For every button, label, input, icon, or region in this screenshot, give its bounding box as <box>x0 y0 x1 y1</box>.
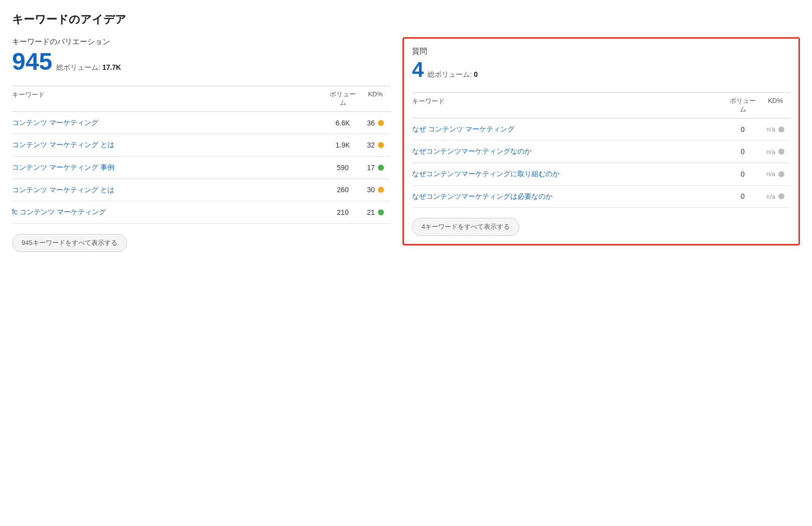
left-count: 945 <box>12 50 52 74</box>
keyword-link[interactable]: なぜコンテンツマーケティングなのか <box>412 147 725 157</box>
table-row: コンテンツ マーケティング とは 260 30 <box>12 179 390 202</box>
kd-dot <box>378 120 384 126</box>
volume-cell: 0 <box>725 170 760 178</box>
kd-dot <box>778 171 784 177</box>
volume-cell: 210 <box>325 208 360 216</box>
table-row: コンテンツ マーケティング 6.6K 36 <box>12 112 390 135</box>
volume-cell: 0 <box>725 192 760 200</box>
table-row: なぜコンテンツマーケティングは必要なのか 0 n/a <box>412 186 790 208</box>
kd-cell: 36 <box>360 119 390 127</box>
keyword-link[interactable]: なぜ コンテンツ マーケティング <box>412 124 725 135</box>
left-count-row: 945 総ボリューム: 17.7K <box>12 50 390 74</box>
right-header-kd: KD% <box>760 97 790 114</box>
left-table-body: コンテンツ マーケティング 6.6K 36 コンテンツ マーケティング とは 1… <box>12 112 390 224</box>
kd-dot <box>378 209 384 215</box>
table-row: なぜコンテンツマーケティングに取り組むのか 0 n/a <box>412 163 790 186</box>
left-header-kd: KD% <box>360 90 390 107</box>
keyword-link[interactable]: コンテンツ マーケティング とは <box>12 140 325 150</box>
table-row: なぜコンテンツマーケティングなのか 0 n/a <box>412 141 790 163</box>
kd-cell: n/a <box>760 148 790 156</box>
right-show-all-button[interactable]: 4キーワードをすべて表示する <box>412 218 519 236</box>
kd-na: n/a <box>766 148 775 156</box>
keyword-link[interactable]: なぜコンテンツマーケティングは必要なのか <box>412 192 725 202</box>
right-header-volume: ボリューム <box>725 97 760 114</box>
right-count-row: 4 総ボリューム: 0 <box>412 59 790 80</box>
right-section-label: 質問 <box>412 47 790 56</box>
table-row: fc コンテンツ マーケティング 210 21 <box>12 201 390 224</box>
page-title: キーワードのアイデア <box>12 12 800 27</box>
kd-cell: n/a <box>760 170 790 178</box>
table-row: なぜ コンテンツ マーケティング 0 n/a <box>412 118 790 141</box>
left-volume-label: 総ボリューム: 17.7K <box>56 63 121 72</box>
kd-dot <box>378 165 384 171</box>
right-table-body: なぜ コンテンツ マーケティング 0 n/a なぜコンテンツマーケティングなのか… <box>412 118 790 208</box>
volume-cell: 260 <box>325 186 360 194</box>
kd-cell: 32 <box>360 141 390 149</box>
right-volume-label: 総ボリューム: 0 <box>428 70 478 79</box>
volume-cell: 1.9K <box>325 141 360 149</box>
table-row: コンテンツ マーケティング とは 1.9K 32 <box>12 134 390 157</box>
left-table-header: キーワード ボリューム KD% <box>12 86 390 112</box>
kd-dot <box>378 187 384 193</box>
kd-cell: n/a <box>760 125 790 133</box>
right-header-keyword: キーワード <box>412 97 725 114</box>
left-section-label: キーワードのバリエーション <box>12 37 390 47</box>
table-row: コンテンツ マーケティング 事例 590 17 <box>12 157 390 179</box>
left-column: キーワードのバリエーション 945 総ボリューム: 17.7K キーワード ボリ… <box>12 37 390 252</box>
volume-cell: 590 <box>325 164 360 172</box>
kd-dot <box>378 142 384 148</box>
kd-dot <box>778 126 784 133</box>
kd-na: n/a <box>766 170 775 178</box>
kd-cell: 30 <box>360 186 390 194</box>
kd-dot <box>778 149 784 155</box>
volume-cell: 0 <box>725 148 760 156</box>
keyword-link[interactable]: fc コンテンツ マーケティング <box>12 207 325 217</box>
volume-cell: 0 <box>725 125 760 134</box>
volume-cell: 6.6K <box>325 119 360 127</box>
left-header-keyword: キーワード <box>12 90 325 107</box>
keyword-link[interactable]: なぜコンテンツマーケティングに取り組むのか <box>412 169 725 179</box>
kd-na: n/a <box>766 193 775 200</box>
keyword-link[interactable]: コンテンツ マーケティング 事例 <box>12 163 325 173</box>
keyword-link[interactable]: コンテンツ マーケティング <box>12 118 325 128</box>
kd-na: n/a <box>766 125 775 133</box>
kd-cell: 21 <box>360 208 390 216</box>
kd-cell: 17 <box>360 164 390 172</box>
kd-cell: n/a <box>760 193 790 200</box>
left-header-volume: ボリューム <box>325 90 360 107</box>
right-count: 4 <box>412 59 424 80</box>
right-table-header: キーワード ボリューム KD% <box>412 92 790 118</box>
right-column: 質問 4 総ボリューム: 0 キーワード ボリューム KD% なぜ コンテンツ … <box>402 37 800 245</box>
kd-dot <box>778 193 784 199</box>
keyword-link[interactable]: コンテンツ マーケティング とは <box>12 185 325 195</box>
left-show-all-button[interactable]: 945キーワードをすべて表示する <box>12 234 127 252</box>
main-columns: キーワードのバリエーション 945 総ボリューム: 17.7K キーワード ボリ… <box>12 37 800 252</box>
